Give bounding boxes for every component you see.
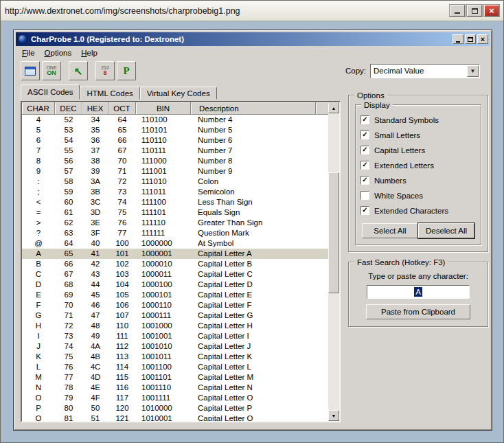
table-row[interactable]: F70461061000110Capital Letter F — [22, 300, 328, 310]
table-cell: L — [22, 362, 55, 372]
deselect-all-button[interactable]: Deselect All — [418, 223, 474, 238]
table-row[interactable]: 8563870111000Number 8 — [22, 156, 328, 166]
table-row[interactable]: P80501201010000Capital Letter P — [22, 403, 328, 413]
table-cell: 64 — [108, 115, 136, 125]
checkbox-white-spaces[interactable]: White Spaces — [360, 190, 476, 201]
column-header-hex[interactable]: HEX — [82, 102, 108, 115]
app-close-button[interactable]: × — [477, 34, 488, 44]
table-row[interactable]: <603C74111100Less Than Sign — [22, 197, 328, 207]
table-cell: K — [22, 352, 55, 362]
table-cell: 55 — [55, 146, 82, 156]
table-row[interactable]: L764C1141001100Capital Letter L — [22, 362, 328, 372]
checkbox-extended-letters[interactable]: ✓Extended Letters — [360, 159, 476, 171]
table-row[interactable]: :583A72111010Colon — [22, 177, 328, 187]
tab-virtual-key-codes[interactable]: Virtual Key Codes — [140, 87, 217, 100]
table-cell: 71 — [55, 310, 82, 321]
vertical-scrollbar[interactable]: ▲ ▼ — [328, 102, 339, 421]
table-cell: 1001111 — [136, 393, 191, 403]
table-cell: H — [22, 321, 55, 331]
paste-toolbar-button[interactable]: P — [117, 61, 136, 80]
table-row[interactable]: A65411011000001Capital Letter A — [22, 249, 328, 259]
app-maximize-button[interactable] — [465, 34, 476, 44]
scroll-down-button[interactable]: ▼ — [328, 410, 339, 421]
table-cell: 112 — [108, 341, 136, 352]
menu-item-help[interactable]: Help — [76, 47, 102, 58]
table-row[interactable]: N784E1161001110Capital Letter N — [22, 383, 328, 393]
paste-from-clipboard-button[interactable]: Paste from Clipboard — [366, 304, 470, 319]
always-on-top-toolbar-button[interactable]: ONE ON — [42, 61, 61, 80]
table-cell: 66 — [55, 259, 82, 269]
display-groupbox-label: Display — [361, 100, 393, 110]
table-cell: Number 4 — [191, 115, 316, 125]
dropdown-arrow-icon[interactable]: ▼ — [467, 65, 479, 77]
tab-html-codes[interactable]: HTML Codes — [80, 87, 139, 100]
table-cell: Capital Letter I — [191, 331, 316, 341]
table-row[interactable]: D68441041000100Capital Letter D — [22, 280, 328, 290]
table-row[interactable]: G71471071000111Capital Letter G — [22, 310, 328, 321]
scrollbar-thumb[interactable] — [328, 172, 339, 293]
menu-item-file[interactable]: File — [17, 47, 40, 58]
column-header-char[interactable]: CHAR — [22, 102, 55, 115]
checkbox-box: ✓ — [360, 161, 369, 170]
column-header-oct[interactable]: OCT — [108, 102, 136, 115]
pick-character-toolbar-button[interactable]: ↖ — [69, 61, 88, 80]
tab-ascii-codes[interactable]: ASCII Codes — [21, 84, 80, 100]
table-cell: 111111 — [136, 228, 191, 238]
app-titlebar[interactable]: CharProbe 1.0 (Registered to: Dextronet)… — [16, 32, 490, 46]
menu-item-options[interactable]: Options — [40, 47, 77, 58]
table-row[interactable]: 9573971111001Number 9 — [22, 166, 328, 177]
table-row[interactable]: 6543666110110Number 6 — [22, 135, 328, 146]
table-row[interactable]: >623E76111110Greater Than Sign — [22, 218, 328, 228]
table-row[interactable]: O794F1171001111Capital Letter O — [22, 393, 328, 403]
table-row[interactable]: J744A1121001010Capital Letter J — [22, 341, 328, 352]
table-row[interactable]: M774D1151001101Capital Letter M — [22, 372, 328, 383]
column-header-bin[interactable]: BIN — [136, 102, 191, 115]
close-icon: × — [489, 6, 494, 15]
number-base-toolbar-button[interactable]: 210 8 — [95, 61, 115, 80]
table-row[interactable]: I73491111001001Capital Letter I — [22, 331, 328, 341]
table-row[interactable]: H72481101001000Capital Letter H — [22, 321, 328, 331]
table-row[interactable]: 5533565110101Number 5 — [22, 125, 328, 135]
column-header-description[interactable]: Description — [191, 102, 316, 115]
search-input[interactable]: A — [367, 285, 470, 299]
table-row[interactable]: 4523464110100Number 4 — [22, 115, 328, 125]
checkbox-numbers[interactable]: ✓Numbers — [360, 174, 476, 186]
checkbox-standard-symbols[interactable]: ✓Standard Symbols — [360, 114, 476, 126]
table-cell: 4D — [82, 372, 108, 383]
table-cell: 57 — [55, 166, 82, 177]
table-row[interactable]: B66421021000010Capital Letter B — [22, 259, 328, 269]
select-all-button[interactable]: Select All — [362, 223, 418, 238]
checkbox-small-letters[interactable]: ✓Small Letters — [360, 129, 476, 141]
charprobe-window: CharProbe 1.0 (Registered to: Dextronet)… — [13, 30, 492, 431]
browser-url[interactable]: http://www.dextronet.com/img/screenshots… — [5, 6, 450, 16]
browser-minimize-button[interactable] — [450, 5, 465, 16]
table-row[interactable]: K754B1131001011Capital Letter K — [22, 352, 328, 362]
table-row[interactable]: =613D75111101Equals Sign — [22, 207, 328, 218]
table-cell: 1000000 — [136, 238, 191, 249]
scroll-up-button[interactable]: ▲ — [328, 102, 339, 113]
table-cell: 79 — [55, 393, 82, 403]
window-toolbar-button[interactable] — [21, 61, 40, 80]
table-row[interactable]: @64401001000000At Symbol — [22, 238, 328, 249]
table-cell: 106 — [108, 300, 136, 310]
table-cell: 115 — [108, 372, 136, 383]
table-row[interactable]: Q81511211010001Capital Letter Q — [22, 413, 328, 421]
column-header-dec[interactable]: DEC — [55, 102, 82, 115]
checkbox-capital-letters[interactable]: ✓Capital Letters — [360, 144, 476, 156]
copy-label: Copy: — [345, 67, 366, 75]
table-row[interactable]: E69451051000101Capital Letter E — [22, 290, 328, 300]
table-cell: 3A — [82, 177, 108, 187]
table-cell: 58 — [55, 177, 82, 187]
table-row[interactable]: 7553767110111Number 7 — [22, 146, 328, 156]
app-minimize-button[interactable] — [453, 34, 463, 44]
table-row[interactable]: C67431031000011Capital Letter C — [22, 269, 328, 280]
checkbox-label: White Spaces — [374, 192, 423, 200]
checkbox-box: ✓ — [360, 146, 369, 155]
browser-maximize-button[interactable] — [467, 5, 482, 16]
select-buttons-row: Select All Deselect All — [360, 223, 476, 238]
table-row[interactable]: ;593B73111011Semicolon — [22, 187, 328, 197]
copy-format-dropdown[interactable]: Decimal Value ▼ — [370, 64, 480, 78]
checkbox-extended-characters[interactable]: ✓Extended Characters — [360, 205, 476, 216]
browser-close-button[interactable]: × — [484, 5, 499, 16]
table-row[interactable]: ?633F77111111Question Mark — [22, 228, 328, 238]
